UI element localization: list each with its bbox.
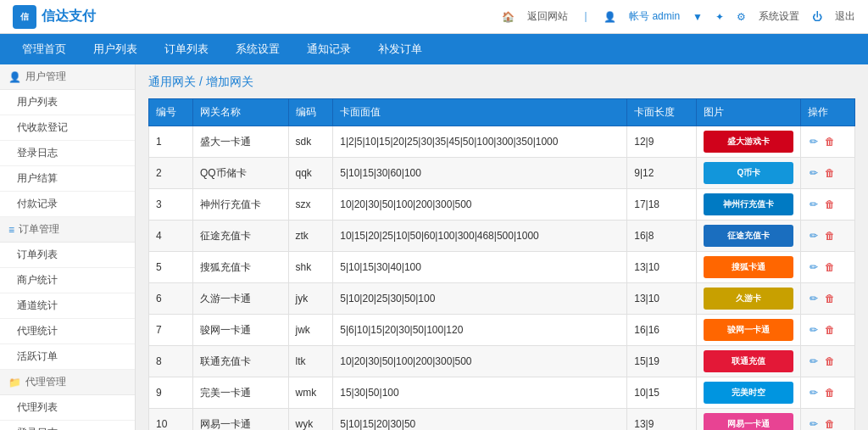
cell-name: 盛大一卡通 [192, 126, 288, 158]
col-code: 编码 [288, 99, 333, 126]
cell-name: QQ币储卡 [192, 158, 288, 189]
sidebar-group-agent: 📁 代理管理 [0, 370, 135, 395]
table-row: 7 骏网一卡通 jwk 5|6|10|15|20|30|50|100|120 1… [149, 315, 855, 346]
cell-length: 16|16 [627, 315, 697, 346]
home-link[interactable]: 返回网站 [527, 9, 568, 24]
delete-btn-10[interactable]: 🗑 [825, 418, 835, 430]
edit-btn-6[interactable]: ✏ [810, 293, 818, 304]
sidebar-group-order: ≡ 订单管理 [0, 217, 135, 243]
sidebar-item-agent-login[interactable]: 登录日志 [0, 421, 135, 430]
sidebar: 👤 用户管理 用户列表 代收款登记 登录日志 用户结算 付款记录 ≡ 订单管理 … [0, 64, 136, 430]
cell-values: 5|10|20|25|30|50|100 [333, 283, 627, 315]
cell-values: 1|2|5|10|15|20|25|30|35|45|50|100|300|35… [333, 126, 627, 158]
table-header-row: 编号 网关名称 编码 卡面面值 卡面长度 图片 操作 [149, 99, 855, 126]
agent-group-label: 代理管理 [25, 375, 66, 389]
delete-btn-8[interactable]: 🗑 [825, 355, 835, 367]
cell-action: ✏ 🗑 [801, 252, 855, 283]
delete-btn-2[interactable]: 🗑 [825, 167, 835, 179]
cell-values: 10|20|30|50|100|200|300|500 [333, 189, 627, 221]
cell-id: 1 [149, 126, 193, 158]
cell-values: 15|30|50|100 [333, 377, 627, 409]
edit-btn-2[interactable]: ✏ [810, 167, 818, 179]
sidebar-item-merchant-stat[interactable]: 商户统计 [0, 268, 135, 293]
cell-id: 4 [149, 221, 193, 252]
delete-btn-9[interactable]: 🗑 [825, 387, 835, 399]
cell-length: 13|10 [627, 252, 697, 283]
cell-code: sdk [288, 126, 333, 158]
delete-btn-4[interactable]: 🗑 [825, 230, 835, 242]
top-bar: 信 信达支付 🏠 返回网站 ｜ 👤 帐号 admin ▼ ✦ ⚙ 系统设置 ⏻ … [0, 0, 868, 34]
order-group-icon: ≡ [8, 224, 14, 236]
col-action: 操作 [801, 99, 855, 126]
top-right: 🏠 返回网站 ｜ 👤 帐号 admin ▼ ✦ ⚙ 系统设置 ⏻ 退出 [502, 9, 855, 24]
cell-id: 8 [149, 346, 193, 377]
cell-code: szx [288, 189, 333, 221]
nav-item-notify[interactable]: 通知记录 [293, 34, 364, 64]
delete-btn-1[interactable]: 🗑 [825, 136, 835, 148]
logo: 信 信达支付 [13, 5, 96, 29]
breadcrumb-current: 增加网关 [206, 75, 253, 88]
sidebar-item-order-list[interactable]: 订单列表 [0, 243, 135, 268]
breadcrumb-parent[interactable]: 通用网关 [148, 75, 196, 88]
sidebar-item-login-log[interactable]: 登录日志 [0, 141, 135, 166]
home-icon: 🏠 [502, 11, 515, 23]
agent-group-icon: 📁 [8, 377, 21, 388]
sidebar-item-agent-stat[interactable]: 代理统计 [0, 319, 135, 344]
cell-code: wyk [288, 409, 333, 431]
sidebar-item-active-order[interactable]: 活跃订单 [0, 344, 135, 370]
cell-img: 搜狐卡通 [697, 252, 801, 283]
cell-action: ✏ 🗑 [801, 189, 855, 221]
cell-action: ✏ 🗑 [801, 158, 855, 189]
edit-btn-7[interactable]: ✏ [810, 324, 818, 336]
cell-id: 9 [149, 377, 193, 409]
cell-length: 17|18 [627, 189, 697, 221]
edit-btn-1[interactable]: ✏ [810, 136, 818, 148]
table-row: 8 联通充值卡 ltk 10|20|30|50|100|200|300|500 … [149, 346, 855, 377]
settings-link[interactable]: 系统设置 [759, 9, 799, 24]
sidebar-item-channel-stat[interactable]: 通道统计 [0, 293, 135, 319]
cell-length: 16|8 [627, 221, 697, 252]
sidebar-item-agent-list[interactable]: 代理列表 [0, 395, 135, 421]
sidebar-item-user-settle[interactable]: 用户结算 [0, 166, 135, 192]
logout-link[interactable]: 退出 [835, 9, 855, 24]
cell-id: 5 [149, 252, 193, 283]
edit-btn-5[interactable]: ✏ [810, 261, 818, 273]
cell-length: 15|19 [627, 346, 697, 377]
sidebar-item-user-list[interactable]: 用户列表 [0, 90, 135, 115]
nav-item-home[interactable]: 管理首页 [8, 34, 80, 64]
cell-img: 久游卡 [697, 283, 801, 315]
cell-img: 骏网一卡通 [697, 315, 801, 346]
col-img: 图片 [697, 99, 801, 126]
edit-btn-9[interactable]: ✏ [810, 387, 818, 399]
sidebar-item-agent-reg[interactable]: 代收款登记 [0, 115, 135, 141]
cell-img: 网易一卡通 [697, 409, 801, 431]
cell-values: 5|10|15|30|60|100 [333, 158, 627, 189]
edit-btn-8[interactable]: ✏ [810, 355, 818, 367]
nav-item-resend[interactable]: 补发订单 [364, 34, 436, 64]
nav-item-users[interactable]: 用户列表 [80, 34, 151, 64]
cell-values: 5|10|15|20|30|50 [333, 409, 627, 431]
delete-btn-5[interactable]: 🗑 [825, 261, 835, 273]
dropdown-arrow[interactable]: ▼ [693, 11, 703, 23]
cell-img: 完美时空 [697, 377, 801, 409]
nav-item-settings[interactable]: 系统设置 [222, 34, 293, 64]
nav-bar: 管理首页 用户列表 订单列表 系统设置 通知记录 补发订单 [0, 34, 868, 64]
sidebar-group-user: 👤 用户管理 [0, 64, 135, 90]
cell-img: 盛大游戏卡 [697, 126, 801, 158]
edit-btn-10[interactable]: ✏ [810, 418, 818, 430]
delete-btn-6[interactable]: 🗑 [825, 293, 835, 304]
edit-btn-3[interactable]: ✏ [810, 198, 818, 210]
cell-name: 搜狐充值卡 [192, 252, 288, 283]
nav-item-orders[interactable]: 订单列表 [151, 34, 222, 64]
edit-btn-4[interactable]: ✏ [810, 230, 818, 242]
cell-code: jyk [288, 283, 333, 315]
cell-values: 5|6|10|15|20|30|50|100|120 [333, 315, 627, 346]
delete-btn-3[interactable]: 🗑 [825, 198, 835, 210]
sidebar-item-pay-record[interactable]: 付款记录 [0, 192, 135, 217]
breadcrumb: 通用网关 / 增加网关 [148, 75, 855, 90]
delete-btn-7[interactable]: 🗑 [825, 324, 835, 336]
cell-length: 13|9 [627, 409, 697, 431]
cell-code: ztk [288, 221, 333, 252]
cell-action: ✏ 🗑 [801, 409, 855, 431]
cell-id: 7 [149, 315, 193, 346]
